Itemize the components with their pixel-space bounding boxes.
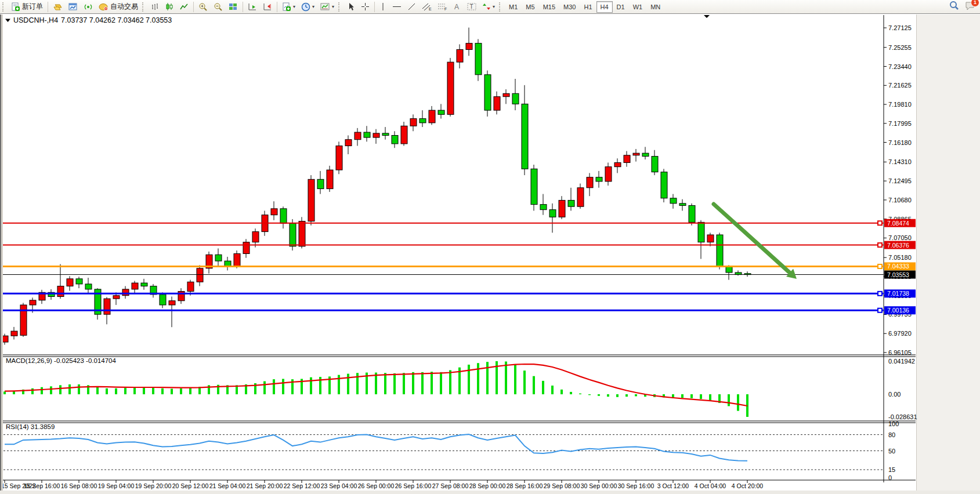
price-axis: 7.271257.252557.234407.216257.198107.179… [884,24,912,356]
svg-text:29 Sep 08:00: 29 Sep 08:00 [544,482,580,489]
timeframe-m5[interactable]: M5 [522,1,538,13]
svg-text:7.03553: 7.03553 [887,271,909,278]
timeframe-d1[interactable]: D1 [613,1,629,13]
zoom-in-button[interactable] [196,1,211,13]
arrows-dropdown[interactable]: ▾ [479,1,498,13]
chart-shift-marker-icon[interactable] [704,15,710,18]
bar-chart-button[interactable] [148,1,162,13]
svg-text:0.041942: 0.041942 [888,358,915,365]
svg-text:26 Sep 00:00: 26 Sep 00:00 [358,482,395,489]
timeframe-h1[interactable]: H1 [580,1,596,13]
toolbar-grip [2,2,6,12]
autotrading-button[interactable]: 自动交易 [96,1,141,13]
svg-text:7.25255: 7.25255 [888,44,912,51]
zoom-out-button[interactable] [211,1,226,13]
svg-text:20 Sep 12:00: 20 Sep 12:00 [172,482,209,489]
toolbar-grip [338,2,342,12]
autotrading-label: 自动交易 [110,2,138,12]
svg-text:F: F [444,7,447,11]
chart-shift-button[interactable] [260,1,275,13]
signals-button[interactable] [81,1,96,13]
toolbar-separator [374,2,375,12]
rsi-line [5,434,747,461]
trendline-icon [407,2,416,11]
new-order-label: 新订单 [22,2,43,12]
svg-text:22 Sep 12:00: 22 Sep 12:00 [284,482,320,489]
svg-text:6.97920: 6.97920 [888,330,912,337]
vertical-line-tool[interactable] [377,1,389,13]
timeframe-m1[interactable]: M1 [505,1,522,13]
svg-text:15: 15 [888,466,895,473]
search-button[interactable] [949,1,959,13]
line-chart-button[interactable] [177,1,191,13]
timeframe-w1[interactable]: W1 [629,1,647,13]
svg-text:7.12495: 7.12495 [888,177,912,184]
candlestick-series [2,28,751,345]
chart-menu-arrow-icon[interactable] [5,16,10,24]
svg-text:-0.028631: -0.028631 [888,413,917,420]
chart-shift-icon [263,2,272,11]
timeframe-m30[interactable]: M30 [559,1,580,13]
chart-title-symbol: USDCNH-,H4 [13,16,58,24]
svg-text:6.96105: 6.96105 [888,349,912,356]
trendline-tool[interactable] [404,1,419,13]
svg-text:4 Oct 20:00: 4 Oct 20:00 [732,482,763,489]
equidistant-channel-tool[interactable]: E [419,1,435,13]
cursor-tool-button[interactable] [344,1,358,13]
svg-text:7.06376: 7.06376 [887,242,909,249]
svg-text:15 Sep 16:00: 15 Sep 16:00 [24,482,60,489]
templates-icon [320,2,330,11]
chart-frame [0,15,916,482]
fibonacci-tool[interactable]: F [435,1,450,13]
period-dropdown[interactable]: ▾ [298,1,317,13]
svg-text:28 Sep 16:00: 28 Sep 16:00 [507,482,543,489]
svg-text:21 Sep 04:00: 21 Sep 04:00 [209,482,246,489]
new-chart-dropdown[interactable]: ▾ [279,1,298,13]
text-icon: A [453,2,461,11]
main-toolbar: 新订单 自动交易 [0,0,980,14]
timeframe-m15[interactable]: M15 [539,1,559,13]
auto-scroll-button[interactable] [245,1,260,13]
charts-window-button[interactable] [66,1,81,13]
timeframe-h4[interactable]: H4 [596,1,613,13]
svg-text:4 Oct 04:00: 4 Oct 04:00 [695,482,726,489]
svg-text:7.27125: 7.27125 [888,24,912,31]
candlestick-chart-button[interactable] [162,1,177,13]
svg-text:E: E [429,7,432,11]
dropdown-arrow-icon: ▾ [293,4,295,9]
svg-text:7.14310: 7.14310 [888,158,912,165]
gold-button[interactable] [50,1,66,13]
chart-window-left-border-inner [1,14,3,494]
svg-text:7.17995: 7.17995 [888,120,912,127]
notifications-button[interactable]: 1 [965,1,975,13]
templates-dropdown[interactable]: ▾ [317,1,337,13]
chart-canvas[interactable]: 7.271257.252557.234407.216257.198107.179… [0,0,980,494]
svg-text:7.00136: 7.00136 [887,307,909,314]
bar-chart-icon [151,2,160,11]
svg-text:A: A [454,3,459,11]
svg-text:19 Sep 04:00: 19 Sep 04:00 [98,482,135,489]
svg-text:100: 100 [888,420,899,427]
svg-text:30 Sep 16:00: 30 Sep 16:00 [618,482,654,489]
svg-text:7.10680: 7.10680 [888,197,912,204]
svg-text:23 Sep 04:00: 23 Sep 04:00 [321,482,357,489]
notification-badge: 1 [971,0,979,7]
macd-indicator-label: MACD(12,26,9) -0.025423 -0.014704 [6,357,116,364]
charts-window-icon [68,2,78,11]
svg-text:21 Sep 20:00: 21 Sep 20:00 [247,482,283,489]
text-label-tool[interactable]: T [464,1,479,13]
timeframe-mn[interactable]: MN [646,1,664,13]
tile-windows-button[interactable] [226,1,241,13]
toolbar-separator [243,2,243,12]
horizontal-line-tool[interactable] [389,1,404,13]
zoom-in-icon [198,2,208,12]
new-order-button[interactable]: 新订单 [8,1,46,13]
vertical-line-icon [379,2,386,11]
rsi-indicator-label: RSI(14) 31.3859 [6,423,55,430]
tile-windows-icon [229,2,238,11]
search-icon [949,2,959,12]
crosshair-tool-button[interactable] [358,1,373,13]
toolbar-grip [499,2,502,12]
text-tool[interactable]: A [450,1,464,13]
date-axis: 15 Sep 202215 Sep 16:0016 Sep 08:0019 Se… [1,480,763,489]
